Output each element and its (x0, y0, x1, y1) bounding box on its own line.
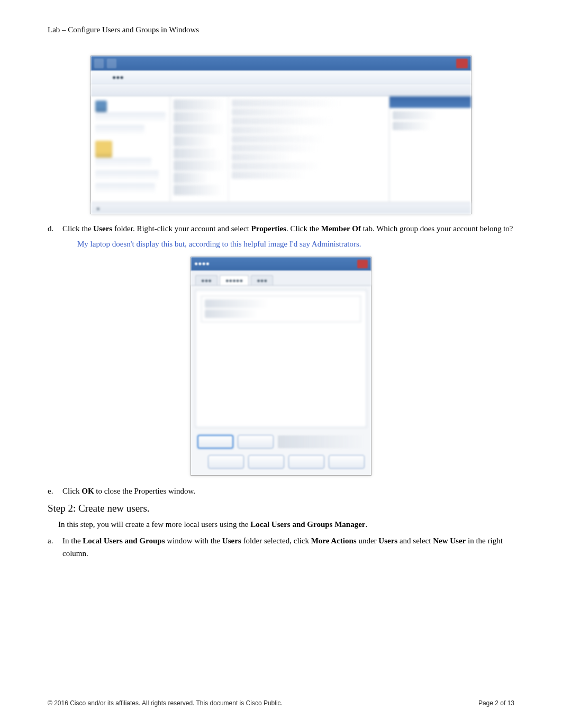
list-letter: e. (48, 485, 62, 497)
apply-button (288, 455, 324, 469)
list-letter: a. (48, 535, 62, 560)
ok-button (208, 455, 244, 469)
step-heading: Step 2: Create new users. (48, 503, 514, 514)
instruction-e: e. Click OK to close the Properties wind… (48, 485, 514, 497)
student-answer: My laptop doesn't display this but, acco… (77, 238, 514, 250)
close-icon (456, 59, 468, 68)
close-icon (357, 260, 368, 268)
remove-button (238, 435, 274, 449)
step-intro: In this step, you will create a few more… (58, 518, 514, 531)
list-pane (170, 96, 389, 202)
list-letter: d. (48, 223, 62, 235)
page-footer: © 2016 Cisco and/or its affiliates. All … (48, 699, 514, 707)
page-number: Page 2 of 13 (478, 699, 514, 707)
actions-pane (389, 96, 471, 202)
menu-bar: ●●● (91, 71, 471, 85)
page-header: Lab – Configure Users and Groups in Wind… (48, 25, 514, 34)
window-title-bar (91, 56, 471, 71)
toolbar (91, 85, 471, 96)
instruction-a: a. In the Local Users and Groups window … (48, 535, 514, 560)
member-list (201, 296, 361, 322)
instruction-d: d. Click the Users folder. Right-click y… (48, 223, 514, 235)
dialog-title-bar: ●●●● (191, 257, 371, 271)
instruction-text: Click OK to close the Properties window. (62, 485, 514, 497)
tree-pane (91, 96, 170, 202)
instruction-text: In the Local Users and Groups window wit… (62, 535, 514, 560)
dialog-body (195, 290, 367, 427)
tab-profile: ●●● (251, 275, 273, 285)
cancel-button (248, 455, 284, 469)
screenshot-lusrmgr: ●●● (90, 56, 472, 214)
add-button (197, 435, 233, 449)
dialog-footer-buttons (191, 452, 371, 475)
help-button (329, 455, 365, 469)
tab-member-of: ●●●●● (220, 275, 249, 285)
screenshot-properties-dialog: ●●●● ●●● ●●●●● ●●● (191, 257, 371, 476)
dialog-tabs: ●●● ●●●●● ●●● (191, 271, 371, 286)
instruction-text: Click the Users folder. Right-click your… (62, 223, 514, 235)
copyright: © 2016 Cisco and/or its affiliates. All … (48, 699, 283, 707)
status-bar: ● (91, 202, 471, 214)
tab-general: ●●● (195, 275, 217, 285)
dialog-buttons-add-remove (191, 432, 371, 452)
